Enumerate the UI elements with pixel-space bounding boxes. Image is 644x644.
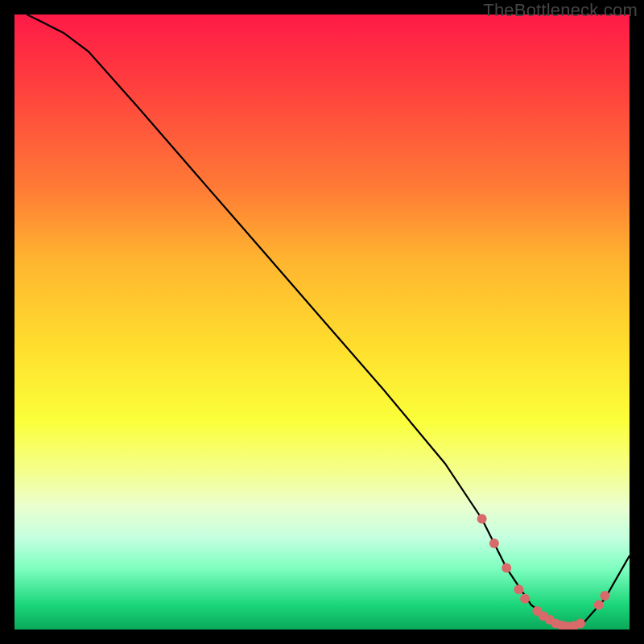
marker-dot bbox=[489, 539, 499, 548]
marker-dot bbox=[520, 594, 530, 604]
chart-area bbox=[14, 14, 630, 630]
marker-dot bbox=[576, 618, 585, 628]
marker-dot bbox=[502, 564, 511, 573]
bottleneck-curve bbox=[27, 14, 630, 626]
marker-dot bbox=[594, 600, 604, 609]
watermark-text: TheBottleneck.com bbox=[483, 0, 638, 21]
marker-dot bbox=[514, 584, 524, 594]
marker-group bbox=[477, 514, 610, 630]
marker-dot bbox=[477, 514, 487, 524]
chart-svg bbox=[14, 14, 630, 630]
marker-dot bbox=[600, 591, 609, 601]
